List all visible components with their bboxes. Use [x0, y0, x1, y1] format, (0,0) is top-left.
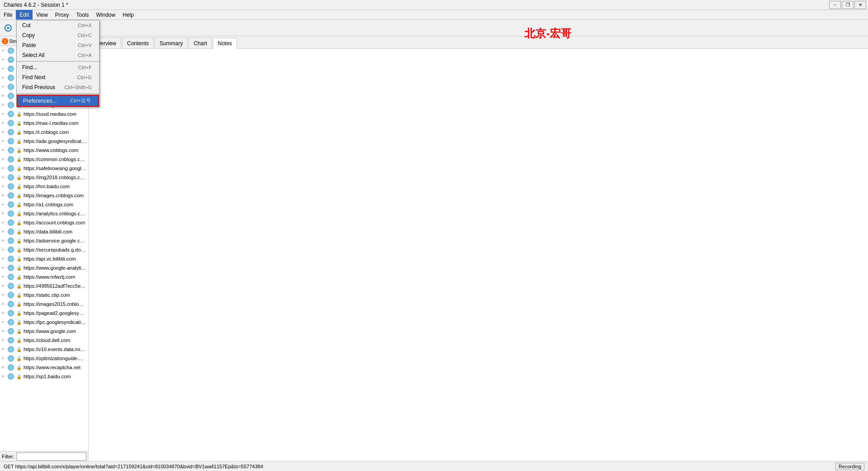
globe-icon: [7, 228, 14, 235]
sidebar-list-item[interactable]: +🔒https://sp1.baidu.com: [0, 372, 88, 381]
filter-input[interactable]: [16, 452, 87, 461]
menu-tools[interactable]: Tools: [73, 10, 93, 19]
sidebar-item-url: https://safebrowsing.googleapis.c: [24, 166, 86, 171]
menu-window[interactable]: Window: [93, 10, 119, 19]
menu-find-previous[interactable]: Find Previous Ctrl+Shift+G: [17, 82, 99, 92]
main-area: 1 Structure + − +🔒https://api.bilibili.c…: [0, 36, 868, 461]
menu-paste[interactable]: Paste Ctrl+V: [17, 40, 99, 50]
menu-file[interactable]: File: [0, 10, 16, 19]
globe-icon: [7, 319, 14, 326]
expand-icon: +: [2, 284, 7, 288]
sidebar-item-url: https://adservice.google.com: [24, 238, 86, 243]
sidebar-list-item[interactable]: +🔒https://safebrowsing.googleapis.c: [0, 164, 88, 173]
lock-icon: 🔒: [15, 119, 23, 127]
right-content: Overview Contents Summary Chart Notes: [89, 36, 868, 461]
expand-icon: +: [2, 57, 7, 62]
menu-view[interactable]: View: [33, 10, 52, 19]
menu-find-next[interactable]: Find Next Ctrl+G: [17, 72, 99, 82]
menu-find[interactable]: Find... Ctrl+F: [17, 62, 99, 72]
sidebar-item-url: https://a1.cnblogs.com: [24, 202, 73, 207]
menu-preferences[interactable]: Preferences... Ctrl+逗号: [17, 95, 99, 107]
sidebar-list-item[interactable]: +🔒https://ade.googlesyndication.com: [0, 137, 88, 146]
sidebar-list-item[interactable]: +🔒https://adservice.google.com: [0, 236, 88, 245]
sidebar-list-item[interactable]: +🔒https://optimizationguide-pa.goo: [0, 354, 88, 363]
expand-icon: +: [2, 320, 7, 324]
expand-icon: +: [2, 202, 7, 207]
sidebar-item-url: https://www.cnblogs.com: [24, 147, 78, 153]
sidebar-list-item[interactable]: +🔒https://securepubads.g.doubleclic: [0, 245, 88, 254]
sidebar-list-item[interactable]: +🔒https://pagead2.googlesyndication: [0, 309, 88, 318]
sidebar-list-item[interactable]: +🔒https://analytics.cnblogs.com: [0, 209, 88, 218]
menu-copy[interactable]: Copy Ctrl+C: [17, 30, 99, 40]
sidebar-list-item[interactable]: +🔒https://i.cnblogs.com: [0, 128, 88, 137]
globe-icon: [7, 110, 14, 118]
expand-icon: +: [2, 48, 7, 53]
globe-icon: [7, 201, 14, 208]
tab-notes[interactable]: Notes: [213, 38, 237, 49]
sidebar-list-item[interactable]: +🔒https://cloud.dell.com: [0, 336, 88, 345]
expand-icon: +: [2, 229, 7, 234]
lock-icon: 🔒: [15, 128, 23, 136]
globe-icon: [7, 128, 14, 136]
globe-icon: [7, 192, 14, 199]
tab-content-area: [89, 49, 868, 461]
expand-icon: +: [2, 311, 7, 315]
sidebar-list-item[interactable]: +🔒https://images2015.cnblogs.com: [0, 300, 88, 309]
expand-icon: +: [2, 374, 7, 379]
status-text: GET https://api.bilibili.com/x/player/on…: [4, 464, 263, 469]
title-bar: Charles 4.6.2 - Session 1 * − ❐ ✕: [0, 0, 868, 10]
sidebar-list-item[interactable]: +🔒https://images.cnblogs.com: [0, 191, 88, 200]
lock-icon: 🔒: [15, 337, 23, 344]
menu-help[interactable]: Help: [119, 10, 137, 19]
sidebar-list-item[interactable]: +🔒https://api.vc.bilibili.com: [0, 254, 88, 263]
recording-button[interactable]: Recording: [835, 463, 864, 470]
sidebar-list-item[interactable]: +🔒https://www.cnblogs.com: [0, 146, 88, 155]
toolbar-record-button[interactable]: [2, 22, 14, 34]
menu-proxy[interactable]: Proxy: [52, 10, 73, 19]
restore-button[interactable]: ❐: [842, 1, 854, 9]
sidebar-list-item[interactable]: +🔒https://hm.baidu.com: [0, 182, 88, 191]
tab-contents[interactable]: Contents: [122, 38, 154, 48]
lock-icon: 🔒: [15, 319, 23, 326]
sidebar-list-item[interactable]: +🔒https://ssxd.mediav.com: [0, 109, 88, 119]
sidebar-item-url: https://static.ctip.com: [24, 292, 70, 298]
separator-1: [17, 61, 99, 62]
sidebar-list-item[interactable]: +🔒https://www.recaptcha.net: [0, 363, 88, 372]
tab-chart[interactable]: Chart: [189, 38, 212, 48]
sidebar-list-item[interactable]: +🔒https://account.cnblogs.com: [0, 218, 88, 227]
sidebar-list-item[interactable]: +🔒https://static.ctip.com: [0, 290, 88, 300]
globe-icon: [7, 246, 14, 253]
sidebar-item-url: https://images2015.cnblogs.com: [24, 301, 86, 307]
sidebar-filter: Filter:: [0, 451, 88, 461]
tab-summary[interactable]: Summary: [155, 38, 188, 48]
sidebar-list-item[interactable]: +🔒https://a1.cnblogs.com: [0, 200, 88, 209]
menu-edit[interactable]: Edit: [16, 10, 33, 19]
expand-icon: +: [2, 220, 7, 225]
menu-cut[interactable]: Cut Ctrl+X: [17, 20, 99, 30]
window-title: Charles 4.6.2 - Session 1 *: [2, 2, 68, 8]
expand-icon: +: [2, 139, 7, 143]
globe-icon: [7, 373, 14, 380]
expand-icon: +: [2, 257, 7, 261]
sidebar-list-item[interactable]: +🔒https://4995612adf7ecc5e20ede3e: [0, 281, 88, 290]
expand-icon: +: [2, 67, 7, 71]
sidebar-list-item[interactable]: +🔒https://v10.events.data.microsoft.c: [0, 345, 88, 354]
sidebar-list-item[interactable]: +🔒https://data.bilibili.com: [0, 227, 88, 236]
sidebar-list-item[interactable]: +🔒https://max-l.mediav.com: [0, 119, 88, 128]
sidebar-list-item[interactable]: +🔒https://common.cnblogs.com: [0, 155, 88, 164]
globe-icon: [7, 183, 14, 190]
globe-icon: [7, 282, 14, 290]
lock-icon: 🔒: [15, 291, 23, 299]
sidebar-list-item[interactable]: +🔒https://www.mfwztj.com: [0, 272, 88, 281]
menu-select-all[interactable]: Select All Ctrl+A: [17, 50, 99, 60]
lock-icon: 🔒: [15, 192, 23, 199]
sidebar-list-item[interactable]: +🔒https://www.google.com: [0, 327, 88, 336]
expand-icon: +: [2, 238, 7, 243]
sidebar-list-item[interactable]: +🔒https://img2018.cnblogs.com: [0, 173, 88, 182]
minimize-button[interactable]: −: [829, 1, 841, 9]
sidebar-list-item[interactable]: +🔒https://tpc.googlesyndication.com: [0, 318, 88, 327]
menu-bar: File Edit View Proxy Tools Window Help C…: [0, 10, 868, 20]
close-button[interactable]: ✕: [854, 1, 866, 9]
sidebar-list-item[interactable]: +🔒https://www.google-analytics.com: [0, 263, 88, 272]
edit-dropdown-menu: Cut Ctrl+X Copy Ctrl+C Paste Ctrl+V Sele…: [16, 20, 99, 107]
